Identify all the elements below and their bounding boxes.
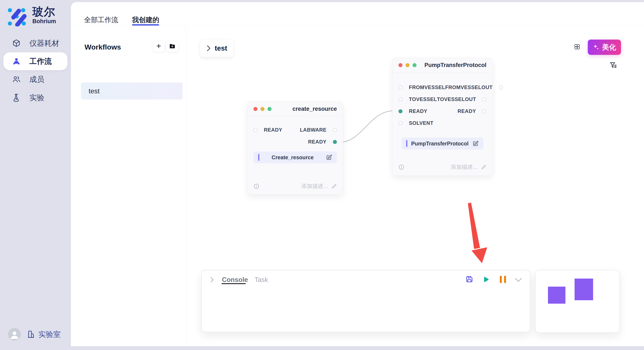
node-title: PumpTransferProtocol xyxy=(424,62,486,68)
node-function-pill[interactable]: Create_resource xyxy=(254,151,337,163)
bohrium-logo-icon xyxy=(7,6,28,26)
folder-download-icon xyxy=(169,43,176,50)
lab-selector[interactable]: 实验室 xyxy=(27,329,61,339)
pill-label: Create_resource xyxy=(260,154,326,161)
input-port-fromvessel[interactable]: FROMVESSEL xyxy=(398,84,445,90)
output-port-ready[interactable]: READY xyxy=(308,139,337,145)
port-dot-connected[interactable] xyxy=(398,109,402,113)
import-folder-button[interactable] xyxy=(166,41,179,52)
run-icon[interactable] xyxy=(482,276,490,284)
info-icon[interactable] xyxy=(398,164,404,170)
port-label: READY xyxy=(458,108,476,114)
add-workflow-button[interactable]: + xyxy=(152,41,165,52)
port-dot[interactable] xyxy=(482,97,486,101)
pause-icon[interactable] xyxy=(500,276,506,283)
output-port-ready[interactable]: READY xyxy=(458,108,486,114)
output-port-tovesselout[interactable]: TOVESSELOUT xyxy=(437,96,486,102)
save-icon[interactable] xyxy=(465,275,474,283)
port-dot[interactable] xyxy=(254,128,258,132)
traffic-dot-red xyxy=(254,107,258,111)
node-header: create_resource xyxy=(248,102,343,116)
workflow-list-item-test[interactable]: test xyxy=(81,82,183,100)
port-dot[interactable] xyxy=(482,109,486,113)
minimap-node-pump-transfer xyxy=(574,279,593,300)
sidebar: 玻尔 Bohrium 仪器耗材 工作流 成员 xyxy=(0,0,71,350)
port-dot-connected[interactable] xyxy=(333,140,337,144)
traffic-dot-red xyxy=(398,63,402,67)
task-tab[interactable]: Task xyxy=(254,276,268,284)
box-icon xyxy=(12,39,21,48)
minimap[interactable] xyxy=(535,270,620,333)
brand-logo: 玻尔 Bohrium xyxy=(7,6,56,26)
port-label: FROMVESSELOUT xyxy=(445,84,492,90)
workflow-icon xyxy=(12,57,21,66)
building-icon xyxy=(27,330,35,339)
sidebar-item-instruments[interactable]: 仪器耗材 xyxy=(0,34,71,52)
info-icon[interactable] xyxy=(254,183,260,189)
sidebar-item-label: 成员 xyxy=(30,74,44,84)
port-dot[interactable] xyxy=(398,97,402,101)
minimap-node-create-resource xyxy=(548,287,566,304)
clover-icon xyxy=(573,43,581,51)
port-label: TOVESSEL xyxy=(409,96,437,102)
node-pump-transfer-protocol[interactable]: PumpTransferProtocol FROMVESSEL FROMVESS… xyxy=(392,58,492,176)
user-avatar[interactable] xyxy=(8,328,21,341)
workflow-panel-title: Workflows xyxy=(84,43,121,51)
sidebar-menu: 仪器耗材 工作流 成员 实验 xyxy=(0,34,71,107)
beautify-button[interactable]: 美化 xyxy=(588,39,621,55)
traffic-dot-green xyxy=(268,107,272,111)
filter-icon xyxy=(609,61,618,69)
pencil-icon[interactable] xyxy=(481,164,486,170)
port-label: SOLVENT xyxy=(409,120,434,126)
filter-button[interactable] xyxy=(609,61,618,70)
output-port-fromvesselout[interactable]: FROMVESSELOUT xyxy=(445,84,503,90)
input-port-tovessel[interactable]: TOVESSEL xyxy=(398,96,437,102)
input-port-ready[interactable]: READY xyxy=(398,108,428,114)
expand-chevron-icon[interactable] xyxy=(210,277,214,283)
node-function-pill[interactable]: PumpTransferProtocol xyxy=(402,138,484,150)
sparkles-icon xyxy=(593,44,600,51)
console-panel: Console Task xyxy=(201,270,530,332)
sidebar-item-label: 工作流 xyxy=(30,56,52,66)
plus-icon: + xyxy=(156,42,161,50)
brand-name-en: Bohrium xyxy=(32,18,56,25)
sidebar-item-workflow[interactable]: 工作流 xyxy=(4,52,68,70)
lab-label: 实验室 xyxy=(38,329,61,339)
chevron-right-icon xyxy=(206,45,211,51)
members-icon xyxy=(12,75,21,84)
workflow-item-name: test xyxy=(88,87,100,95)
experiment-icon xyxy=(12,93,21,102)
tab-all-workflows[interactable]: 全部工作流 xyxy=(84,15,118,25)
port-label: LABWARE xyxy=(300,127,326,133)
port-dot[interactable] xyxy=(398,121,402,125)
port-dot[interactable] xyxy=(333,128,337,132)
input-port-ready[interactable]: READY xyxy=(254,127,282,133)
edit-icon[interactable] xyxy=(472,140,479,147)
sidebar-item-label: 仪器耗材 xyxy=(30,38,59,48)
brand-name-zh: 玻尔 xyxy=(32,6,56,18)
console-tab[interactable]: Console xyxy=(222,276,248,284)
collapse-chevron-icon[interactable] xyxy=(514,277,522,283)
traffic-dot-green xyxy=(412,63,416,67)
sidebar-item-experiment[interactable]: 实验 xyxy=(0,88,71,107)
console-tab-underline xyxy=(222,283,246,284)
sidebar-item-members[interactable]: 成员 xyxy=(0,70,71,88)
clover-grid-button[interactable] xyxy=(573,43,581,51)
pencil-icon[interactable] xyxy=(331,183,337,189)
port-label: TOVESSELOUT xyxy=(437,96,476,102)
description-placeholder[interactable]: 添加描述... xyxy=(451,163,478,171)
port-dot[interactable] xyxy=(398,85,402,90)
person-icon xyxy=(8,328,21,341)
tab-my-created[interactable]: 我创建的 xyxy=(132,15,159,25)
canvas-breadcrumb-chip[interactable]: test xyxy=(200,39,234,57)
workflow-list-panel: Workflows + test xyxy=(71,26,186,346)
traffic-dot-yellow xyxy=(406,63,410,67)
input-port-solvent[interactable]: SOLVENT xyxy=(398,120,434,126)
node-create-resource[interactable]: create_resource READY LABWARE READY Crea… xyxy=(247,102,343,195)
sidebar-item-label: 实验 xyxy=(30,93,44,103)
beautify-label: 美化 xyxy=(602,42,616,52)
edit-icon[interactable] xyxy=(326,154,332,161)
port-dot[interactable] xyxy=(499,85,503,90)
description-placeholder[interactable]: 添加描述... xyxy=(301,182,328,190)
output-port-labware[interactable]: LABWARE xyxy=(300,127,337,133)
